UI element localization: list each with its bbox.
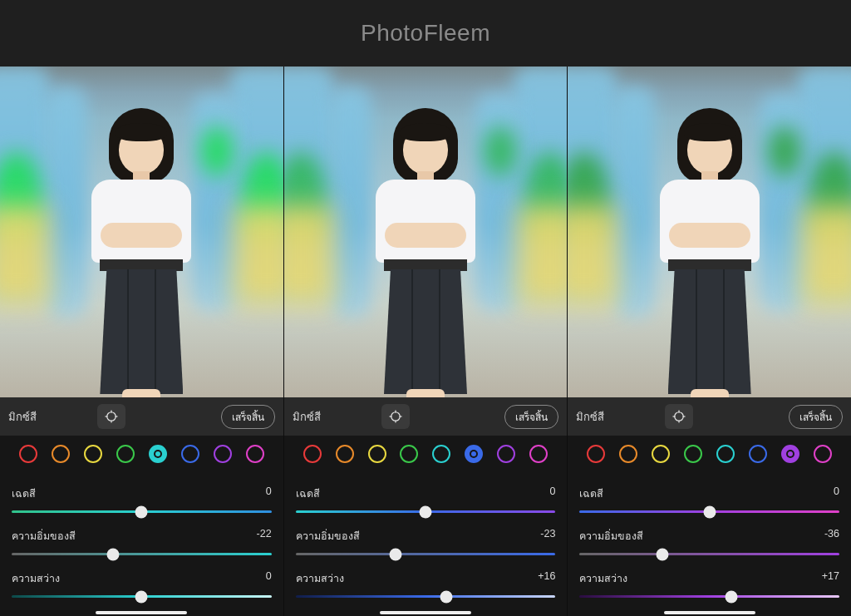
luminance-label: ความสว่าง [12,570,60,587]
saturation-value: -36 [824,528,839,545]
color-swatch[interactable] [749,445,767,463]
color-mix-toolbar: มิกซ์สีเสร็จสิ้น [568,397,851,436]
hue-slider-group: เฉดสี0 [296,485,556,513]
saturation-slider-group: ความอิ่มของสี-22 [12,528,272,555]
targeted-adjustment-button[interactable] [665,404,693,429]
saturation-slider-group: ความอิ่มของสี-23 [296,528,556,555]
color-mix-label: มิกซ์สี [576,408,658,426]
color-mix-label: มิกซ์สี [8,408,91,426]
saturation-value: -22 [257,528,272,545]
hue-label: เฉดสี [296,485,320,502]
targeted-adjustment-button[interactable] [381,404,410,429]
done-button[interactable]: เสร็จสิ้น [789,405,843,429]
hue-slider-thumb[interactable] [135,505,148,518]
color-swatch[interactable] [336,445,354,463]
luminance-label: ความสว่าง [296,570,344,587]
luminance-slider-thumb[interactable] [440,590,453,603]
color-swatch[interactable] [652,445,670,463]
saturation-slider-thumb[interactable] [106,548,119,560]
color-swatch-row [0,436,283,472]
color-swatch[interactable] [684,445,702,463]
color-swatch[interactable] [368,445,386,463]
editor-panel-aqua: มิกซ์สีเสร็จสิ้นเฉดสี0ความอิ่มของสี-22คว… [0,67,284,616]
hue-slider[interactable] [296,510,556,513]
hue-slider-thumb[interactable] [420,505,432,518]
color-swatch[interactable] [116,445,135,463]
color-swatch[interactable] [619,445,637,463]
hue-value: 0 [834,485,839,502]
color-swatch[interactable] [432,445,450,463]
saturation-slider[interactable] [296,553,556,555]
luminance-slider-thumb[interactable] [135,590,148,603]
hue-value: 0 [549,485,555,502]
editor-panel-purple: มิกซ์สีเสร็จสิ้นเฉดสี0ความอิ่มของสี-36คว… [568,67,851,616]
home-indicator [664,611,755,614]
color-swatch-row [284,436,568,472]
home-indicator [380,611,471,614]
color-mix-toolbar: มิกซ์สีเสร็จสิ้น [0,397,283,436]
color-mix-toolbar: มิกซ์สีเสร็จสิ้น [284,397,568,436]
slider-section: เฉดสี0ความอิ่มของสี-36ความสว่าง+17 [568,472,851,616]
color-swatch[interactable] [400,445,418,463]
done-button[interactable]: เสร็จสิ้น [221,405,275,429]
color-swatch[interactable] [149,445,167,463]
color-swatch[interactable] [52,445,70,463]
saturation-slider[interactable] [12,553,272,555]
saturation-slider[interactable] [579,553,839,555]
color-swatch[interactable] [497,445,515,463]
luminance-slider-group: ความสว่าง+17 [579,570,839,598]
hue-value: 0 [266,485,272,502]
color-swatch-row [568,436,851,472]
svg-point-0 [107,412,116,421]
hue-label: เฉดสี [579,485,603,502]
luminance-slider[interactable] [579,595,839,598]
home-indicator [96,611,187,614]
luminance-slider-thumb[interactable] [726,590,738,603]
color-swatch[interactable] [303,445,322,463]
color-swatch[interactable] [84,445,102,463]
svg-point-10 [675,412,684,421]
color-swatch[interactable] [781,445,799,463]
color-swatch[interactable] [214,445,232,463]
saturation-label: ความอิ่มของสี [12,528,76,545]
slider-section: เฉดสี0ความอิ่มของสี-23ความสว่าง+16 [284,472,568,616]
luminance-slider[interactable] [12,595,272,598]
color-mix-label: มิกซ์สี [293,408,375,426]
color-swatch[interactable] [181,445,199,463]
luminance-value: 0 [266,570,272,587]
luminance-label: ความสว่าง [579,570,627,587]
saturation-slider-thumb[interactable] [657,548,669,560]
color-swatch[interactable] [587,445,605,463]
hue-slider-thumb[interactable] [703,505,716,518]
header: PhotoFleem [0,0,851,67]
photo-preview [284,67,568,397]
saturation-value: -23 [540,528,555,545]
hue-slider[interactable] [12,510,272,513]
color-swatch[interactable] [814,445,832,463]
hue-slider-group: เฉดสี0 [12,485,272,513]
hue-slider-group: เฉดสี0 [579,485,839,513]
color-swatch[interactable] [529,445,548,463]
color-swatch[interactable] [19,445,37,463]
done-button[interactable]: เสร็จสิ้น [504,405,558,429]
targeted-adjustment-button[interactable] [97,404,125,429]
svg-point-5 [391,412,400,421]
color-swatch[interactable] [246,445,264,463]
luminance-value: +16 [538,570,555,587]
editor-panel-blue: มิกซ์สีเสร็จสิ้นเฉดสี0ความอิ่มของสี-23คว… [284,67,568,616]
saturation-label: ความอิ่มของสี [296,528,360,545]
saturation-label: ความอิ่มของสี [579,528,643,545]
luminance-slider-group: ความสว่าง+16 [296,570,556,598]
color-swatch[interactable] [465,445,483,463]
photo-preview [568,67,851,397]
photo-preview [0,67,283,397]
saturation-slider-thumb[interactable] [390,548,402,560]
luminance-slider-group: ความสว่าง0 [12,570,272,598]
hue-slider[interactable] [579,510,839,513]
hue-label: เฉดสี [12,485,36,502]
slider-section: เฉดสี0ความอิ่มของสี-22ความสว่าง0 [0,472,283,616]
page-title: PhotoFleem [361,20,490,47]
luminance-slider[interactable] [296,595,556,598]
saturation-slider-group: ความอิ่มของสี-36 [579,528,839,555]
color-swatch[interactable] [716,445,735,463]
